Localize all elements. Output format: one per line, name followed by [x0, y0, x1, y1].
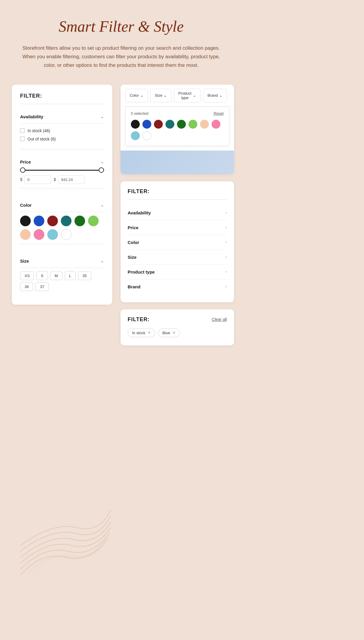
price-label: Price [20, 159, 31, 164]
color-label: Color [20, 203, 32, 208]
left-filter-label: FILTER: [20, 93, 104, 99]
filter-btn-brand-label: Brand [207, 93, 218, 98]
price-inputs: $ $ [20, 175, 104, 184]
size-xs[interactable]: XS [20, 271, 34, 280]
size-l[interactable]: L [65, 271, 76, 280]
color-swatch-white[interactable] [61, 229, 72, 240]
color-swatch-dark-green[interactable] [74, 216, 85, 226]
color-swatch-teal[interactable] [61, 216, 72, 226]
dd-swatch-black[interactable] [131, 120, 140, 129]
dd-swatch-teal[interactable] [165, 120, 174, 129]
size-37[interactable]: 37 [35, 282, 48, 291]
page-subtitle: Storefront filters allow you to set up p… [21, 44, 222, 70]
vertical-filter-card: FILTER: Availability › Price › Color › S… [121, 181, 234, 302]
filter-btn-product-type-label: Product type [178, 91, 191, 100]
dd-swatch-white[interactable] [142, 131, 151, 140]
availability-section-header[interactable]: Availability ⌄ [20, 110, 104, 124]
size-label: Size [20, 258, 29, 264]
vf-size[interactable]: Size › [128, 250, 227, 265]
dd-swatch-dark-green[interactable] [177, 120, 186, 129]
vf-brand-chevron-icon: › [225, 284, 227, 289]
tag-blue-label: Blue [162, 331, 170, 335]
color-dropdown-panel: 0 selected Reset [125, 107, 229, 146]
active-filter-header: FILTER: Clear all [128, 316, 227, 323]
color-swatch-pink[interactable] [34, 229, 44, 240]
filter-btn-brand-chevron: ⌄ [219, 93, 222, 98]
filter-btn-color-label: Color [130, 93, 139, 98]
vf-size-chevron-icon: › [225, 255, 227, 259]
dd-swatch-dark-red[interactable] [154, 120, 163, 129]
out-of-stock-checkbox[interactable] [20, 137, 25, 141]
color-section: Color ⌄ [20, 194, 104, 244]
price-slider-thumb-right[interactable] [99, 167, 104, 173]
reset-link[interactable]: Reset [214, 111, 224, 116]
color-swatch-black[interactable] [20, 216, 31, 226]
vf-color[interactable]: Color › [128, 235, 227, 250]
size-36[interactable]: 36 [20, 282, 33, 291]
selected-count: 0 selected [131, 111, 148, 116]
dropdown-header: 0 selected Reset [131, 111, 224, 116]
filter-btn-color[interactable]: Color ⌄ [125, 89, 148, 102]
color-swatch-light-green[interactable] [88, 216, 99, 226]
filter-btn-brand[interactable]: Brand ⌄ [203, 89, 227, 102]
clear-all-button[interactable]: Clear all [212, 317, 227, 322]
vf-price-chevron-icon: › [225, 225, 227, 230]
vf-color-label: Color [128, 240, 139, 245]
price-min-currency: $ [20, 177, 22, 182]
vf-availability[interactable]: Availability › [128, 206, 227, 220]
filter-btn-color-chevron: ⌄ [140, 93, 144, 98]
page-title: Smart Filter & Style [12, 18, 230, 35]
color-swatch-dark-red[interactable] [47, 216, 58, 226]
in-stock-option[interactable]: In stock (46) [20, 127, 104, 135]
color-swatch-light-blue[interactable] [47, 229, 58, 240]
color-swatches [20, 216, 104, 240]
size-options: XS S M L 35 36 37 [20, 271, 104, 291]
size-m[interactable]: M [50, 271, 62, 280]
in-stock-checkbox[interactable] [20, 128, 25, 133]
size-chevron-icon: ⌄ [100, 258, 104, 264]
price-max-input[interactable] [58, 175, 84, 184]
price-chevron-icon: ⌄ [100, 159, 104, 164]
active-filter-card: FILTER: Clear all In stock ✕ Blue ✕ [121, 309, 234, 345]
vf-product-type-label: Product type [128, 269, 155, 274]
out-of-stock-option[interactable]: Out of stock (6) [20, 135, 104, 143]
dd-swatch-blue[interactable] [142, 120, 151, 129]
color-swatch-peach[interactable] [20, 229, 31, 240]
size-section: Size ⌄ XS S M L 35 36 37 [20, 250, 104, 295]
color-chevron-icon: ⌄ [100, 203, 104, 208]
size-section-header[interactable]: Size ⌄ [20, 254, 104, 268]
size-s[interactable]: S [36, 271, 48, 280]
active-filter-label: FILTER: [128, 316, 150, 323]
dd-swatch-pink[interactable] [212, 120, 220, 129]
price-min-group: $ [20, 175, 51, 184]
tag-blue-remove-icon[interactable]: ✕ [173, 331, 176, 335]
price-slider-thumb-left[interactable] [20, 167, 25, 173]
vf-price[interactable]: Price › [128, 220, 227, 235]
tag-in-stock[interactable]: In stock ✕ [128, 329, 155, 337]
size-35[interactable]: 35 [78, 271, 91, 280]
filter-bar-buttons: Color ⌄ Size ⌄ Product type ⌄ Brand ⌄ [121, 85, 234, 107]
vf-product-type[interactable]: Product type › [128, 265, 227, 279]
tag-blue[interactable]: Blue ✕ [158, 329, 180, 337]
color-section-header[interactable]: Color ⌄ [20, 198, 104, 212]
price-slider-track[interactable] [20, 170, 104, 171]
filter-btn-product-type-chevron: ⌄ [193, 93, 196, 98]
dd-swatch-light-blue[interactable] [131, 131, 140, 140]
dd-swatch-light-green[interactable] [188, 120, 197, 129]
tag-in-stock-label: In stock [132, 331, 145, 335]
vf-price-label: Price [128, 225, 139, 230]
price-min-input[interactable] [24, 175, 51, 184]
tag-in-stock-remove-icon[interactable]: ✕ [148, 331, 151, 335]
vf-brand[interactable]: Brand › [128, 279, 227, 294]
vf-availability-label: Availability [128, 210, 151, 215]
top-bar-filter-card: Color ⌄ Size ⌄ Product type ⌄ Brand ⌄ [121, 85, 234, 174]
filter-btn-product-type[interactable]: Product type ⌄ [174, 89, 201, 102]
price-section: Price ⌄ $ $ [20, 155, 104, 188]
price-max-currency: $ [54, 177, 56, 182]
filter-btn-size[interactable]: Size ⌄ [150, 89, 171, 102]
decorative-lines [18, 498, 112, 581]
filter-btn-size-label: Size [155, 93, 162, 98]
color-swatch-blue[interactable] [34, 216, 44, 226]
in-stock-label: In stock (46) [27, 128, 50, 133]
dd-swatch-peach[interactable] [200, 120, 209, 129]
